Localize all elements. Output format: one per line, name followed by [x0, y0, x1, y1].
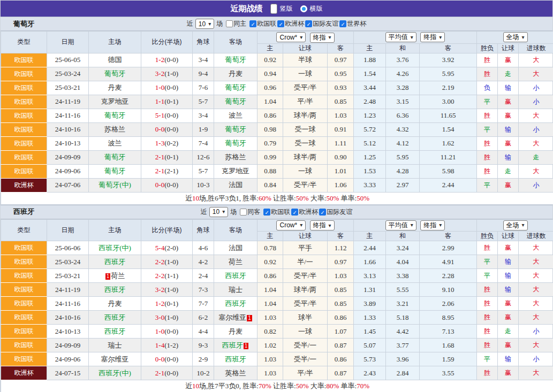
away-team-cell[interactable]: 瑞士 — [214, 283, 257, 297]
avg-select[interactable]: 平均值▾ — [385, 220, 416, 230]
checkbox-icon[interactable]: ✓ — [305, 20, 312, 27]
league-filter[interactable]: ✓欧洲杯 — [277, 19, 304, 28]
avg-away-cell: 4.91 — [420, 255, 477, 269]
away-team-cell[interactable]: 法国 — [214, 178, 257, 192]
fulltime-select[interactable]: 全场▾ — [503, 32, 528, 42]
handicap-cell: 受一球 — [283, 136, 328, 150]
league-filter[interactable]: ✓国际友谊 — [305, 19, 338, 28]
away-team-cell[interactable]: 苏格兰 — [214, 150, 257, 164]
home-team-cell[interactable]: 西班牙 — [89, 311, 141, 325]
red-card-badge: 1 — [105, 273, 111, 280]
away-team-cell[interactable]: 荷兰 — [214, 255, 257, 269]
league-filter[interactable]: ✓世界杯 — [339, 19, 366, 28]
winlose-result-cell: 负 — [477, 81, 498, 95]
goals-result-cell: 大 — [519, 136, 553, 150]
away-team-cell[interactable]: 西班牙 — [214, 269, 257, 283]
odds-provider-select[interactable]: Crow*▾ — [276, 220, 306, 230]
away-team-cell[interactable]: 葡萄牙 — [214, 136, 257, 150]
league-filter[interactable]: ✓欧国联 — [263, 207, 290, 217]
home-team-cell[interactable]: 西班牙(中) — [89, 241, 141, 255]
goals-result-cell: 大 — [519, 283, 553, 297]
avg-select[interactable]: 平均值▾ — [385, 32, 416, 42]
odds-provider-select[interactable]: Crow*▾ — [276, 32, 306, 42]
league-filter[interactable]: ✓欧洲杯 — [291, 207, 318, 217]
away-team-cell[interactable]: 塞尔维亚1 — [214, 311, 257, 325]
home-team-cell[interactable]: 葡萄牙 — [89, 164, 141, 178]
odds-stage-select[interactable]: 终指▾ — [310, 33, 335, 43]
away-odds-cell: 0.86 — [328, 311, 354, 325]
avg-draw-cell: 3.38 — [386, 269, 420, 283]
checkbox-icon[interactable]: ✓ — [319, 209, 326, 216]
radio-unselected-icon[interactable] — [300, 5, 307, 12]
home-team-cell[interactable]: 葡萄牙 — [89, 150, 141, 164]
league-filter-label: 世界杯 — [347, 19, 366, 28]
same-venue-filter[interactable]: 同客 — [240, 207, 260, 217]
home-team-cell[interactable]: 塞尔维亚 — [89, 352, 141, 366]
league-filter[interactable]: ✓欧国联 — [249, 19, 276, 28]
home-team-cell[interactable]: 1荷兰 — [89, 269, 141, 283]
away-team-cell[interactable]: 葡萄牙 — [214, 53, 257, 67]
home-team-cell[interactable]: 丹麦 — [89, 297, 141, 311]
summary-segment: 大率: — [309, 194, 327, 202]
avg-stage-select[interactable]: 终指▾ — [420, 32, 445, 42]
checkbox-icon[interactable] — [226, 20, 233, 27]
away-team-cell[interactable]: 葡萄牙 — [214, 122, 257, 136]
checkbox-icon[interactable] — [240, 209, 247, 216]
avg-stage-select[interactable]: 终指▾ — [420, 220, 445, 230]
home-team-cell[interactable]: 苏格兰 — [89, 122, 141, 136]
checkbox-icon[interactable]: ✓ — [291, 209, 298, 216]
home-team-cell[interactable]: 瑞士 — [89, 339, 141, 352]
odds-stage-select[interactable]: 终指▾ — [310, 220, 335, 230]
score-cell: 2-1(0-0) — [141, 366, 193, 380]
away-team-cell[interactable]: 西班牙 — [214, 297, 257, 311]
date-cell: 24-09-09 — [47, 339, 89, 352]
avg-away-cell: 11.21 — [420, 150, 477, 164]
avg-draw-cell: 3.77 — [386, 339, 420, 352]
away-team-cell[interactable]: 克罗地亚 — [214, 164, 257, 178]
match-row: 欧国联25-06-06西班牙(中)5-4(2-0)4-6法国0.78平手1.12… — [1, 241, 553, 255]
home-odds-cell: 0.78 — [257, 241, 283, 255]
away-team-cell[interactable]: 波兰 — [214, 109, 257, 122]
away-team-cell[interactable]: 丹麦 — [214, 67, 257, 81]
away-team-cell[interactable]: 葡萄牙 — [214, 81, 257, 95]
away-team-cell[interactable]: 西班牙1 — [214, 339, 257, 352]
layout-radio-horizontal[interactable]: 横版 — [300, 4, 323, 13]
home-team-cell[interactable]: 葡萄牙 — [89, 109, 141, 122]
corner-cell: 5-7 — [193, 95, 214, 109]
corner-cell: 4-6 — [193, 241, 214, 255]
league-filter-label: 欧国联 — [271, 207, 290, 217]
home-team-cell[interactable]: 葡萄牙(中) — [89, 178, 141, 192]
home-team-cell[interactable]: 西班牙 — [89, 255, 141, 269]
home-team-cell[interactable]: 波兰 — [89, 136, 141, 150]
checkbox-icon[interactable]: ✓ — [249, 20, 256, 27]
checkbox-icon[interactable]: ✓ — [339, 20, 346, 27]
home-team-cell[interactable]: 克罗地亚 — [89, 95, 141, 109]
match-count-select[interactable]: 10▾ — [195, 19, 214, 29]
home-team-cell[interactable]: 德国 — [89, 53, 141, 67]
checkbox-icon[interactable]: ✓ — [263, 209, 270, 216]
chevron-down-icon: ▾ — [522, 222, 525, 228]
league-filter[interactable]: ✓国际友谊 — [319, 207, 352, 217]
away-team-cell[interactable]: 葡萄牙 — [214, 95, 257, 109]
corner-cell: 4-4 — [193, 325, 214, 339]
avg-away-cell: 9.10 — [420, 283, 477, 297]
home-team-cell[interactable]: 西班牙 — [89, 325, 141, 339]
corner-cell: 7-3 — [193, 283, 214, 297]
fulltime-select[interactable]: 全场▾ — [503, 220, 528, 230]
layout-radio-vertical[interactable]: 竖版 — [270, 4, 293, 14]
handicap-cell: 半球 — [283, 53, 328, 67]
handicap-result-cell: 输 — [498, 122, 519, 136]
same-venue-filter[interactable]: 同主 — [226, 19, 246, 28]
home-team-cell[interactable]: 西班牙 — [89, 283, 141, 297]
home-team-cell[interactable]: 丹麦 — [89, 81, 141, 95]
match-count-select[interactable]: 10▾ — [209, 207, 228, 217]
radio-selected-icon[interactable] — [270, 4, 277, 14]
home-team-cell[interactable]: 西班牙(中) — [89, 366, 141, 380]
away-team-cell[interactable]: 丹麦 — [214, 325, 257, 339]
away-team-cell[interactable]: 西班牙 — [214, 352, 257, 366]
checkbox-icon[interactable]: ✓ — [277, 20, 284, 27]
home-team-cell[interactable]: 葡萄牙 — [89, 67, 141, 81]
away-team-cell[interactable]: 英格兰 — [214, 366, 257, 380]
score-cell: 0-0(0-0) — [141, 178, 193, 192]
away-team-cell[interactable]: 法国 — [214, 241, 257, 255]
